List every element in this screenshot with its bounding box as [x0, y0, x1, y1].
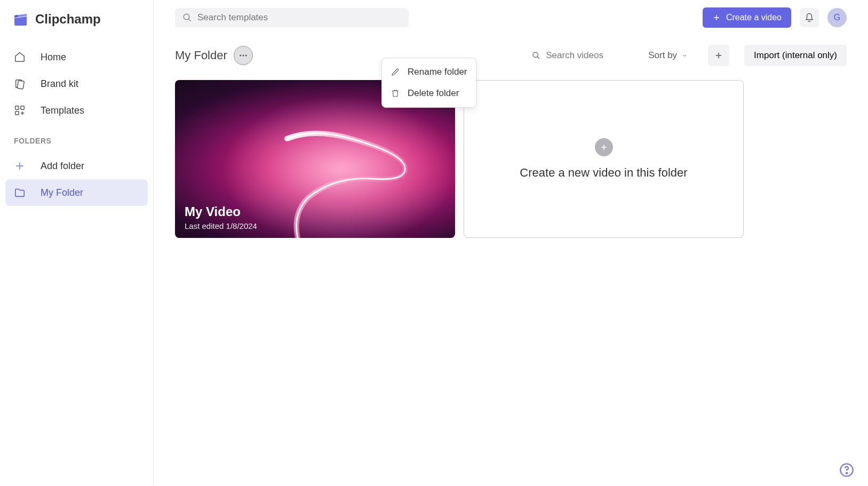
- svg-rect-3: [21, 106, 24, 109]
- sort-by-button[interactable]: Sort by: [643, 47, 693, 64]
- sidebar-add-folder[interactable]: Add folder: [5, 153, 148, 179]
- svg-point-10: [223, 96, 455, 238]
- create-video-label: Create a video: [726, 13, 782, 22]
- content-area: My Folder Sort by: [154, 35, 868, 248]
- svg-point-9: [533, 52, 538, 57]
- notifications-button[interactable]: [800, 8, 819, 27]
- sidebar: Clipchamp Home Brand kit Templat: [0, 0, 154, 486]
- sidebar-folder-item[interactable]: My Folder: [5, 179, 148, 206]
- app-logo[interactable]: Clipchamp: [5, 10, 148, 29]
- sidebar-item-label: Templates: [41, 105, 84, 116]
- bell-icon: [805, 13, 814, 22]
- svg-point-12: [846, 473, 847, 474]
- sidebar-item-templates[interactable]: Templates: [5, 97, 148, 124]
- svg-point-7: [242, 55, 244, 57]
- avatar-initial: G: [834, 13, 840, 22]
- content-header: My Folder Sort by: [175, 45, 847, 66]
- sort-by-label: Sort by: [648, 50, 677, 61]
- topbar: Create a video G: [154, 0, 868, 35]
- sidebar-item-home[interactable]: Home: [5, 44, 148, 70]
- video-last-edited: Last edited 1/8/2024: [185, 221, 257, 230]
- folder-more-button[interactable]: [234, 46, 253, 65]
- search-icon: [532, 51, 540, 60]
- sidebar-item-label: Add folder: [41, 161, 84, 172]
- rename-folder-item[interactable]: Rename folder: [382, 61, 476, 83]
- search-input[interactable]: [197, 12, 401, 23]
- plus-icon: [712, 13, 721, 22]
- plus-icon: [714, 51, 723, 60]
- video-title: My Video: [185, 204, 257, 219]
- create-video-in-folder-card[interactable]: Create a new video in this folder: [464, 80, 744, 238]
- search-templates-field[interactable]: [175, 8, 409, 27]
- create-video-label: Create a new video in this folder: [520, 166, 687, 180]
- add-button[interactable]: [708, 45, 729, 66]
- avatar[interactable]: G: [827, 8, 847, 27]
- plus-icon: [14, 160, 26, 172]
- search-videos-field[interactable]: [527, 47, 636, 64]
- chevron-down-icon: [681, 52, 688, 59]
- svg-point-8: [245, 55, 247, 57]
- svg-point-5: [184, 14, 189, 20]
- sidebar-item-label: My Folder: [41, 187, 83, 198]
- sidebar-item-brandkit[interactable]: Brand kit: [5, 70, 148, 97]
- video-cards-grid: My Video Last edited 1/8/2024 Create a n…: [175, 80, 847, 238]
- folder-actions-dropdown: Rename folder Delete folder: [381, 58, 476, 108]
- folder-icon: [14, 187, 26, 198]
- home-icon: [14, 51, 26, 63]
- svg-rect-1: [17, 81, 24, 89]
- search-icon: [182, 13, 192, 22]
- pencil-icon: [391, 67, 400, 77]
- main-content: Create a video G My Folder: [154, 0, 868, 486]
- create-video-button[interactable]: Create a video: [703, 7, 791, 28]
- delete-folder-item[interactable]: Delete folder: [382, 83, 476, 104]
- sidebar-item-label: Brand kit: [41, 78, 78, 90]
- import-button[interactable]: Import (internal only): [744, 45, 847, 66]
- help-icon: [839, 463, 854, 477]
- page-title: My Folder: [175, 49, 227, 62]
- trash-icon: [391, 89, 400, 98]
- video-card-info: My Video Last edited 1/8/2024: [185, 204, 257, 230]
- folders-heading: FOLDERS: [5, 132, 148, 149]
- search-videos-input[interactable]: [546, 50, 631, 61]
- svg-rect-2: [15, 106, 19, 109]
- dropdown-item-label: Rename folder: [408, 67, 467, 77]
- dropdown-item-label: Delete folder: [408, 88, 459, 99]
- brandkit-icon: [14, 78, 26, 90]
- app-name: Clipchamp: [35, 12, 101, 27]
- clipchamp-logo-icon: [11, 10, 30, 29]
- more-horizontal-icon: [238, 51, 248, 60]
- svg-point-6: [240, 55, 241, 57]
- templates-icon: [14, 105, 26, 116]
- sidebar-item-label: Home: [41, 52, 66, 63]
- help-button[interactable]: [836, 459, 857, 481]
- svg-rect-4: [15, 111, 19, 115]
- plus-circle-icon: [595, 138, 613, 156]
